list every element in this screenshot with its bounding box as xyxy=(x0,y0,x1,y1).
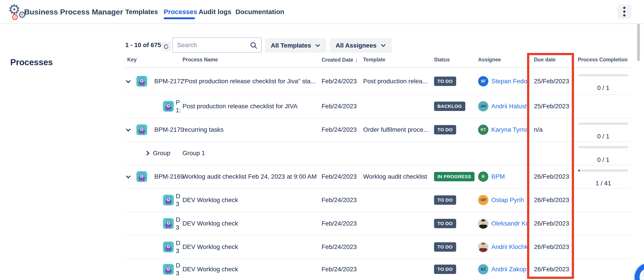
table-row[interactable]: BPM-2169 Worklog audit checklist Feb 24,… xyxy=(0,165,644,188)
chevron-right-icon[interactable] xyxy=(145,151,149,155)
tab-templates[interactable]: Templates xyxy=(125,0,158,24)
process-key: D 3 xyxy=(176,192,183,208)
created-date: Feb/24/2023 xyxy=(322,78,357,85)
created-date: Feb/24/2023 xyxy=(322,126,357,133)
avatar-photo xyxy=(478,242,488,252)
process-table: BPM-2172 "Post production release checkl… xyxy=(0,0,644,280)
status-badge: TO DO xyxy=(434,219,456,228)
process-key: BPM-2172 xyxy=(154,78,184,85)
status-badge: TO DO xyxy=(434,77,456,86)
due-date: 25/Feb/2023 xyxy=(534,103,569,110)
due-date: 26/Feb/2023 xyxy=(534,243,569,251)
app-header: ⚙ ⚙ ⚙ Business Process Manager Templates… xyxy=(0,0,644,24)
gear-icon: ⚙ xyxy=(11,13,19,21)
group-key: Group xyxy=(153,149,170,157)
process-name[interactable]: DEV Worklog check xyxy=(182,220,319,227)
group-name: Group 1 xyxy=(182,149,319,157)
table-row[interactable]: P 1: Post production release checklist f… xyxy=(0,94,644,118)
vertical-scrollbar-thumb[interactable] xyxy=(637,24,640,61)
status-badge: TO DO xyxy=(434,242,456,252)
process-icon xyxy=(163,264,174,275)
due-date: 26/Feb/2023 xyxy=(534,220,569,227)
avatar: KT xyxy=(478,125,488,135)
tab-documentation[interactable]: Documentation xyxy=(236,0,284,24)
progress-bar xyxy=(578,123,628,125)
process-key: P 1: xyxy=(176,99,183,114)
assignee-link[interactable]: Andrii Zakop xyxy=(491,266,529,273)
tab-processes[interactable]: Processes xyxy=(164,0,197,24)
process-name[interactable]: Worklog audit checklist Feb 24, 2023 at … xyxy=(182,173,319,180)
process-icon xyxy=(136,171,147,182)
process-name[interactable]: recurring tasks xyxy=(182,126,319,133)
process-key: D 3 xyxy=(176,216,183,231)
tab-audit-logs[interactable]: Audit logs xyxy=(198,0,232,24)
template-name: Post production relea... xyxy=(363,78,432,85)
app-title: Business Process Manager xyxy=(24,0,123,24)
avatar: AH xyxy=(478,101,488,111)
assignee-link[interactable]: Andrii Halush xyxy=(491,103,529,110)
created-date: Feb/24/2023 xyxy=(322,220,357,227)
progress-bar xyxy=(578,146,628,148)
created-date: Feb/24/2023 xyxy=(322,173,357,180)
progress-label: 1 / 41 xyxy=(578,180,628,187)
table-row-group[interactable]: Group Group 1 0 / 1 xyxy=(0,141,644,165)
status-badge: TO DO xyxy=(434,195,456,205)
progress-label: 0 / 1 xyxy=(578,84,628,92)
assignee-link[interactable]: BPM xyxy=(491,173,529,180)
assignee-link[interactable]: Oleksandr Ku xyxy=(491,220,529,227)
process-key: D 3 xyxy=(176,262,183,277)
assignee-link[interactable]: Andrii Klochk xyxy=(491,243,529,251)
created-date: Feb/24/2023 xyxy=(322,196,357,204)
chevron-down-icon[interactable] xyxy=(126,174,130,178)
app-logo: ⚙ ⚙ ⚙ xyxy=(5,1,26,23)
status-badge: IN PROGRESS xyxy=(434,172,474,181)
avatar: B xyxy=(478,171,488,182)
assignee-link[interactable]: Ostap Pyrih xyxy=(491,196,529,204)
process-name[interactable]: DEV Worklog check xyxy=(182,243,319,251)
process-key: BPM-2169 xyxy=(154,173,184,180)
process-key: D 3 xyxy=(176,239,183,255)
created-date: Feb/24/2023 xyxy=(322,243,357,251)
due-date: 25/Feb/2023 xyxy=(534,78,569,85)
progress-bar xyxy=(578,74,628,76)
table-row[interactable]: BPM-2172 "Post production release checkl… xyxy=(0,68,644,94)
process-key: BPM-2170 xyxy=(154,126,184,133)
due-date: 26/Feb/2023 xyxy=(534,196,569,204)
chevron-down-icon[interactable] xyxy=(126,78,130,83)
progress-label: 0 / 1 xyxy=(578,156,628,163)
assignee-link[interactable]: Stepan Fedor xyxy=(491,78,529,85)
avatar-photo xyxy=(478,218,488,229)
due-date: 26/Feb/2023 xyxy=(534,266,569,273)
avatar: AZ xyxy=(478,264,488,275)
process-name[interactable]: DEV Worklog check xyxy=(182,266,319,273)
status-badge: TO DO xyxy=(434,265,456,274)
table-row[interactable]: D 3 DEV Worklog check Feb/24/2023 TO DO … xyxy=(0,259,644,280)
table-row[interactable]: D 3 DEV Worklog check Feb/24/2023 TO DO … xyxy=(0,188,644,212)
created-date: Feb/24/2023 xyxy=(322,103,357,110)
table-row[interactable]: D 3 DEV Worklog check Feb/24/2023 TO DO … xyxy=(0,235,644,259)
app-root: ⚙ ⚙ ⚙ Business Process Manager Templates… xyxy=(0,0,644,280)
process-name[interactable]: "Post production release checklist for J… xyxy=(182,78,319,85)
created-date: Feb/24/2023 xyxy=(322,266,357,273)
process-icon xyxy=(136,124,147,135)
table-row[interactable]: BPM-2170 recurring tasks Feb/24/2023 Ord… xyxy=(0,118,644,141)
process-icon xyxy=(163,101,174,112)
process-icon xyxy=(163,195,174,205)
process-name[interactable]: Post production release checklist for JI… xyxy=(182,103,319,110)
due-date: n/a xyxy=(534,126,543,133)
avatar: SF xyxy=(478,76,488,86)
chevron-down-icon[interactable] xyxy=(126,127,130,132)
process-icon xyxy=(163,242,174,252)
template-name: Worklog audit checklist xyxy=(363,173,432,180)
table-row[interactable]: D 3 DEV Worklog check Feb/24/2023 TO DO … xyxy=(0,212,644,235)
process-name[interactable]: DEV Worklog check xyxy=(182,196,319,204)
due-date: 26/Feb/2023 xyxy=(534,173,569,180)
assignee-link[interactable]: Karyna Tyrna xyxy=(491,126,529,133)
progress-label: 0 / 1 xyxy=(578,133,628,140)
kebab-menu-button[interactable] xyxy=(617,4,632,19)
template-name: Order fulfilment proce... xyxy=(363,126,432,133)
process-icon xyxy=(136,76,147,87)
status-badge: BACKLOG xyxy=(434,102,465,111)
status-badge: TO DO xyxy=(434,125,456,135)
process-icon xyxy=(163,218,174,229)
